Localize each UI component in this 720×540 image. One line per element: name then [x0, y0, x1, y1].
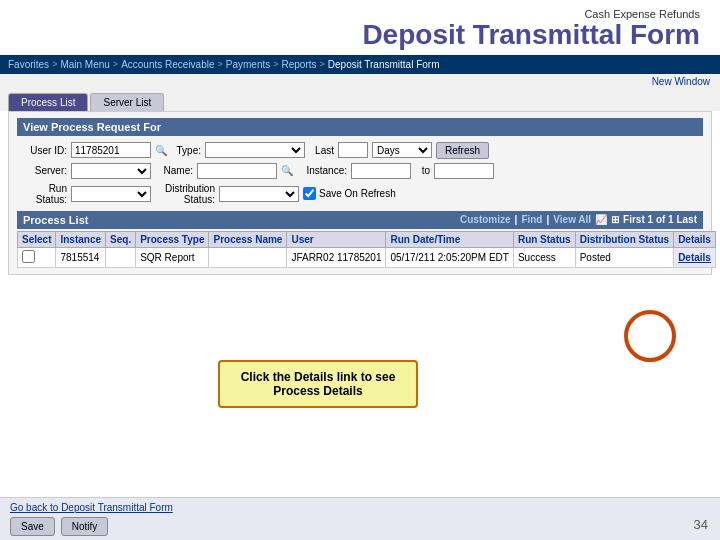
process-list-header: Process List Customize | Find | View All… [17, 211, 703, 229]
save-button[interactable]: Save [10, 517, 55, 536]
cell-user: JFARR02 11785201 [287, 247, 386, 267]
cell-select [18, 247, 56, 267]
instance-label: Instance: [297, 165, 347, 176]
details-link[interactable]: Details [678, 252, 711, 263]
last-input[interactable] [338, 142, 368, 158]
run-status-select[interactable] [71, 186, 151, 202]
new-window-link[interactable]: New Window [652, 76, 710, 87]
col-details: Details [674, 231, 716, 247]
col-user[interactable]: User [287, 231, 386, 247]
process-list-controls: Customize | Find | View All 📈 ⊞ First 1 … [460, 214, 697, 225]
header-title: Deposit Transmittal Form [0, 20, 700, 51]
table-row: 7815514 SQR Report JFARR02 11785201 05/1… [18, 247, 716, 267]
col-process-name[interactable]: Process Name [209, 231, 287, 247]
user-id-lookup-icon[interactable]: 🔍 [155, 145, 167, 156]
last-label: Last [309, 145, 334, 156]
run-status-label: RunStatus: [17, 183, 67, 205]
cell-run-status: Success [513, 247, 575, 267]
col-select: Select [18, 231, 56, 247]
type-select[interactable] [205, 142, 305, 158]
name-input[interactable] [197, 163, 277, 179]
customize-link[interactable]: Customize [460, 214, 511, 225]
distribution-status-select[interactable] [219, 186, 299, 202]
page-header: Cash Expense Refunds Deposit Transmittal… [0, 0, 720, 55]
breadcrumb-favorites[interactable]: Favorites [8, 59, 49, 70]
paging-info: First 1 of 1 Last [623, 214, 697, 225]
user-id-input[interactable] [71, 142, 151, 158]
instance-from-input[interactable] [351, 163, 411, 179]
breadcrumb-reports[interactable]: Reports [282, 59, 317, 70]
details-highlight-circle [624, 310, 676, 362]
days-select[interactable]: Days [372, 142, 432, 158]
breadcrumb-payments[interactable]: Payments [226, 59, 270, 70]
col-run-datetime[interactable]: Run Date/Time [386, 231, 513, 247]
breadcrumb-ar[interactable]: Accounts Receivable [121, 59, 214, 70]
view-process-section-header: View Process Request For [17, 118, 703, 136]
distribution-label: DistributionStatus: [155, 183, 215, 205]
process-list-table: Select Instance Seq. Process Type Proces… [17, 231, 716, 268]
content-area: View Process Request For User ID: 🔍 Type… [8, 111, 712, 275]
save-on-refresh-label[interactable]: Save On Refresh [303, 187, 396, 200]
tab-server-list[interactable]: Server List [90, 93, 164, 111]
breadcrumb-main-menu[interactable]: Main Menu [60, 59, 109, 70]
tooltip-text: Click the Details link to see Process De… [241, 370, 396, 398]
cell-instance: 7815514 [56, 247, 106, 267]
col-dist-status[interactable]: Distribution Status [575, 231, 673, 247]
bottom-bar: Go back to Deposit Transmittal Form Save… [0, 497, 720, 540]
save-on-refresh-checkbox[interactable] [303, 187, 316, 200]
name-lookup-icon[interactable]: 🔍 [281, 165, 293, 176]
cell-run-datetime: 05/17/211 2:05:20PM EDT [386, 247, 513, 267]
col-process-type[interactable]: Process Type [136, 231, 209, 247]
server-select[interactable] [71, 163, 151, 179]
view-all-link[interactable]: View All [553, 214, 591, 225]
notify-button[interactable]: Notify [61, 517, 109, 536]
tooltip-balloon: Click the Details link to see Process De… [218, 360, 418, 408]
row-select-checkbox[interactable] [22, 250, 35, 263]
name-label: Name: [155, 165, 193, 176]
cell-process-type: SQR Report [136, 247, 209, 267]
cell-process-name [209, 247, 287, 267]
col-instance[interactable]: Instance [56, 231, 106, 247]
col-run-status[interactable]: Run Status [513, 231, 575, 247]
to-label: to [415, 165, 430, 176]
user-id-label: User ID: [17, 145, 67, 156]
breadcrumb-current: Deposit Transmittal Form [328, 59, 440, 70]
cell-details: Details [674, 247, 716, 267]
find-link[interactable]: Find [521, 214, 542, 225]
col-seq[interactable]: Seq. [106, 231, 136, 247]
new-window-bar: New Window [0, 74, 720, 89]
type-label: Type: [171, 145, 201, 156]
bottom-buttons: Save Notify [10, 517, 710, 536]
cell-dist-status: Posted [575, 247, 673, 267]
breadcrumb: Favorites > Main Menu > Accounts Receiva… [0, 55, 720, 74]
refresh-button[interactable]: Refresh [436, 142, 489, 159]
server-label: Server: [17, 165, 67, 176]
tab-process-list[interactable]: Process List [8, 93, 88, 111]
tabs-bar: Process List Server List [0, 89, 720, 111]
back-link[interactable]: Go back to Deposit Transmittal Form [10, 502, 710, 513]
instance-to-input[interactable] [434, 163, 494, 179]
cell-seq [106, 247, 136, 267]
page-number: 34 [694, 517, 708, 532]
process-list-title: Process List [23, 214, 88, 226]
